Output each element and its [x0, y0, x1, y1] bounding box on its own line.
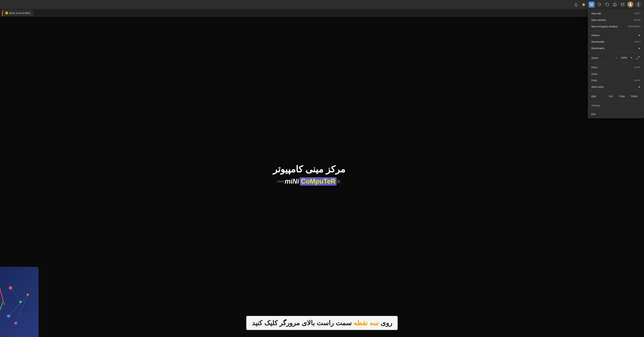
menu-divider-6 — [588, 110, 644, 110]
browser-toolbar: ⋮ — [0, 0, 644, 9]
zoom-plus-button[interactable]: + — [629, 55, 634, 60]
share-icon[interactable] — [573, 2, 579, 7]
tab-favicon — [6, 12, 8, 14]
svg-marker-1 — [582, 3, 585, 6]
zoom-fullscreen-button[interactable] — [636, 55, 640, 60]
menu-divider-3 — [588, 63, 644, 63]
svg-rect-7 — [621, 3, 624, 6]
menu-divider-5 — [588, 101, 644, 101]
subtitle-prefix: روی — [379, 319, 392, 327]
star-icon[interactable] — [581, 2, 586, 7]
svg-line-13 — [16, 295, 28, 323]
svg-line-15 — [637, 58, 638, 59]
extension-blue-icon[interactable] — [588, 2, 594, 8]
logo-computer: CoMpuTeR — [300, 177, 337, 186]
svg-line-10 — [10, 288, 21, 302]
dot-green — [19, 301, 22, 303]
logo-mini: miNi — [285, 178, 299, 185]
edit-label: Edit — [592, 95, 606, 98]
copy-button[interactable]: Copy — [616, 94, 628, 99]
subtitle-bar: روی سه نقطه سمت راست بالای مرورگر کلیک ک… — [246, 316, 398, 330]
zoom-minus-button[interactable]: − — [614, 55, 619, 60]
menu-find[interactable]: Find... Ctrl+F — [588, 77, 644, 84]
dot-red — [9, 286, 12, 290]
dot-blue — [7, 314, 10, 318]
center-content: مرکز مینی کامپیوتر .ir CoMpuTeR miNi www… — [273, 164, 346, 186]
edit-row: Edit Cut Copy Paste — [588, 92, 644, 100]
subtitle-highlight: سه نقطه — [354, 319, 379, 327]
zoom-value: 100% — [620, 56, 628, 59]
exit-partial-label[interactable]: Exit — [588, 111, 644, 117]
logo-area: .ir CoMpuTeR miNi www. — [273, 177, 346, 186]
svg-rect-5 — [592, 5, 593, 6]
animated-graphic — [0, 267, 38, 337]
cut-button[interactable]: Cut — [606, 94, 616, 99]
menu-cast[interactable]: Cast... — [588, 71, 644, 77]
active-tab[interactable]: Music & sound effect — [2, 10, 33, 16]
svg-line-12 — [9, 295, 28, 316]
zoom-label: Zoom — [592, 56, 598, 59]
svg-rect-3 — [592, 3, 593, 4]
svg-line-14 — [638, 57, 640, 58]
zoom-row: Zoom − 100% + — [588, 54, 644, 62]
menu-more-tools[interactable]: More tools ▶ — [588, 84, 644, 90]
video-background: مرکز مینی کامپیوتر .ir CoMpuTeR miNi www… — [0, 17, 644, 337]
user-avatar[interactable] — [628, 2, 634, 8]
svg-rect-4 — [590, 5, 591, 6]
logo-www: www. — [276, 180, 284, 183]
menu-downloads[interactable]: Downloads Ctrl+J — [588, 39, 644, 45]
tab-layout-icon[interactable] — [620, 2, 626, 7]
tab-bar: Music & sound effect — [0, 9, 644, 17]
main-area: مرکز مینی کامپیوتر .ir CoMpuTeR miNi www… — [0, 17, 644, 337]
menu-new-incognito[interactable]: New Incognito window Ctrl+Shift+N — [588, 23, 644, 30]
page-content: مرکز مینی کامپیوتر .ir CoMpuTeR miNi www… — [0, 17, 644, 337]
chrome-dropdown-menu: New tab Ctrl+T New window Ctrl+N New Inc… — [588, 17, 644, 118]
paste-button[interactable]: Paste — [628, 94, 640, 99]
dot-orange — [27, 294, 29, 296]
dot-purple — [14, 322, 17, 324]
settings-partial-label[interactable]: Settings — [588, 102, 644, 109]
more-options-button[interactable]: ⋮ — [636, 2, 641, 7]
logo-ir: .ir — [337, 178, 342, 185]
persian-title: مرکز مینی کامپیوتر — [273, 164, 346, 174]
zoom-controls: − 100% + — [614, 55, 640, 60]
subtitle-suffix: سمت راست بالای مرورگر کلیک کنید — [252, 319, 354, 327]
menu-print[interactable]: Print... Ctrl+P — [588, 64, 644, 71]
menu-history[interactable]: History ▶ — [588, 32, 644, 39]
shield-icon[interactable] — [597, 2, 602, 7]
menu-new-window[interactable]: New window Ctrl+N — [588, 17, 644, 23]
svg-point-9 — [630, 3, 631, 5]
color-picker-icon[interactable] — [604, 2, 610, 7]
extensions-icon[interactable] — [612, 2, 618, 7]
menu-bookmarks[interactable]: Bookmarks ▶ — [588, 45, 644, 52]
tab-title: Music & sound effect — [9, 12, 30, 15]
menu-divider-4 — [588, 91, 644, 91]
svg-rect-2 — [590, 3, 591, 4]
